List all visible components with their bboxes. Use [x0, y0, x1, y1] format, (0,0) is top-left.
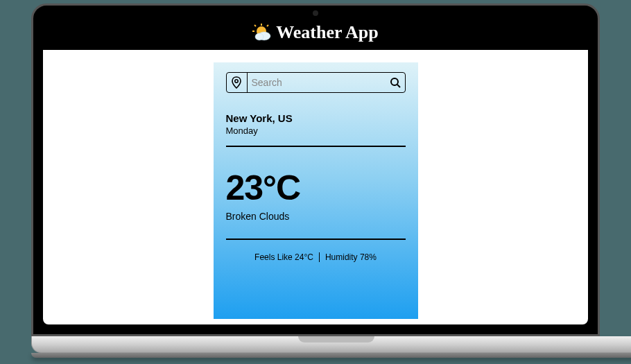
search-icon [390, 77, 401, 88]
sun-cloud-icon [252, 24, 272, 42]
screen-frame: Weather App [31, 3, 600, 336]
search-bar [226, 72, 406, 93]
location-pin-icon [231, 76, 242, 89]
app-title: Weather App [276, 22, 379, 43]
divider [226, 239, 406, 240]
app-header: Weather App [43, 15, 588, 50]
camera-dot [313, 10, 318, 16]
location-button[interactable] [227, 73, 248, 92]
laptop-feet [31, 353, 631, 358]
search-input[interactable] [248, 77, 386, 88]
content-area: New York, US Monday 23°C Broken Clouds F… [43, 50, 588, 324]
temperature: 23°C [226, 168, 406, 208]
weather-card: New York, US Monday 23°C Broken Clouds F… [214, 62, 418, 319]
svg-line-4 [267, 25, 268, 26]
weather-footer: Feels Like 24°C Humidity 78% [226, 252, 406, 262]
svg-point-6 [255, 33, 263, 40]
search-button[interactable] [386, 73, 405, 92]
feels-like-text: Feels Like 24°C [254, 252, 313, 262]
humidity-text: Humidity 78% [325, 252, 377, 262]
condition-text: Broken Clouds [226, 211, 406, 222]
day-text: Monday [226, 125, 406, 136]
svg-line-9 [397, 85, 400, 87]
svg-point-7 [235, 80, 238, 83]
divider [226, 146, 406, 147]
vertical-divider [319, 252, 320, 262]
laptop-notch [298, 336, 374, 343]
laptop-frame: Weather App [31, 3, 600, 358]
svg-point-8 [391, 78, 398, 85]
laptop-base [31, 336, 631, 353]
screen: Weather App [43, 15, 588, 324]
svg-line-3 [254, 25, 256, 26]
location-text: New York, US [226, 112, 406, 124]
